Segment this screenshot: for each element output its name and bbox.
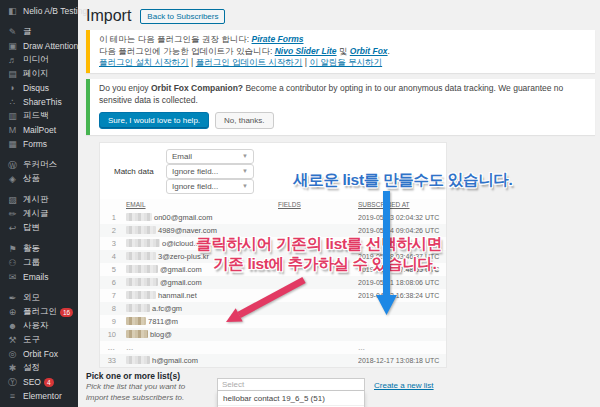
- sidebar-item-media[interactable]: ♬미디어: [0, 53, 78, 67]
- notice-line: Do you enjoy Orbit Fox Companion? Become…: [99, 83, 586, 106]
- row-number: 10: [100, 328, 126, 341]
- email-text: h@gmail.com: [152, 356, 198, 365]
- dismiss-notice-link[interactable]: 이 알림을 무시하기: [309, 57, 382, 67]
- sidebar-item-nelio-ab-testing[interactable]: ◧Nelio A/B Testing: [0, 4, 78, 18]
- sidebar-item-disqus[interactable]: ◗Disqus: [0, 81, 78, 95]
- create-new-list-link[interactable]: Create a new list: [374, 381, 434, 390]
- sidebar-item-plugins[interactable]: ⊕플러그인16: [0, 305, 78, 319]
- chevron-down-icon: ▼: [242, 153, 248, 159]
- redacted-email-blur: [126, 213, 152, 221]
- email-text: hanmail.net: [158, 291, 197, 300]
- begin-updating-plugins-link[interactable]: 플러그인 업데이트 시작하기: [196, 57, 303, 67]
- notice-line: 다음 플러그인에 가능한 업데이트가 있습니다: Nivo Slider Lit…: [99, 46, 586, 58]
- sharethis-icon: ∴: [7, 97, 18, 107]
- chevron-down-icon: ▼: [242, 168, 248, 174]
- separator: |: [191, 57, 193, 67]
- nivo-slider-link[interactable]: Nivo Slider Lite: [275, 46, 337, 56]
- sidebar-item-groups[interactable]: ⚇그룹: [0, 256, 78, 270]
- sidebar-item-pages[interactable]: ▤페이지: [0, 67, 78, 81]
- match-select-1[interactable]: Email▼: [166, 149, 254, 164]
- sidebar-item-board-posts[interactable]: ✏게시글: [0, 207, 78, 221]
- sidebar-item-appearance[interactable]: ✒외모: [0, 291, 78, 305]
- fields-cell: [278, 341, 358, 354]
- mailpoet-icon: M: [7, 125, 18, 135]
- back-to-subscribers-button[interactable]: Back to Subscribers: [140, 9, 225, 24]
- sidebar-item-label: 게시판: [23, 194, 49, 206]
- sidebar-item-forms[interactable]: ▦Forms: [0, 137, 78, 151]
- sidebar-item-label: Emails: [23, 272, 49, 282]
- sidebar-item-label: Disqus: [23, 83, 49, 93]
- sidebar-item-tools[interactable]: ⚒도구: [0, 333, 78, 347]
- woocommerce-icon: Ⓦ: [7, 160, 18, 170]
- redacted-email-blur: [126, 330, 148, 338]
- list-select-widget: Select hellobar contact 19_6_5 (51)My fi…: [217, 378, 365, 407]
- begin-installing-plugins-link[interactable]: 플러그인 설치 시작하기: [99, 57, 189, 67]
- fields-cell: [278, 354, 358, 367]
- sidebar-item-seo[interactable]: ⓎSEO4: [0, 375, 78, 389]
- tracking-accept-button[interactable]: Sure, I would love to help.: [99, 112, 209, 129]
- subscribed-at-column-header[interactable]: SUBSCRIBED AT: [358, 199, 446, 211]
- chevron-down-icon: ▼: [242, 183, 248, 189]
- pink-diagonal-arrow-icon: [220, 274, 312, 326]
- sidebar-item-label: Draw Attention: [23, 41, 78, 51]
- list-option[interactable]: hellobar contact 19_6_5 (51): [218, 391, 364, 406]
- sidebar-item-elementor[interactable]: ≡Elementor: [0, 389, 78, 403]
- sidebar-item-users[interactable]: ☻사용자: [0, 319, 78, 333]
- sidebar-item-label: 상품: [23, 173, 40, 185]
- email-cell: h@gmail.com: [126, 354, 278, 367]
- list-select-input[interactable]: Select: [217, 378, 365, 391]
- sidebar-item-label: 피드백: [23, 110, 49, 122]
- sidebar-item-products[interactable]: ◈상품: [0, 172, 78, 186]
- sidebar-item-label: 그룹: [23, 257, 40, 269]
- sidebar-item-sharethis[interactable]: ∴ShareThis: [0, 95, 78, 109]
- row-number-header: [100, 199, 126, 211]
- settings-icon: ✱: [7, 363, 18, 373]
- sidebar-item-orbit-fox[interactable]: ◎Orbit Fox: [0, 347, 78, 361]
- board-post-icon: ✏: [7, 209, 18, 219]
- email-text: @gmail.com: [160, 265, 202, 274]
- subscribed-at-cell: 2019-05-01 18:08:06 UTC: [358, 276, 446, 289]
- sidebar-item-label: 페이지: [23, 68, 49, 80]
- appearance-icon: ✒: [7, 293, 18, 303]
- tracking-decline-button[interactable]: No, thanks.: [215, 112, 273, 129]
- sidebar-item-label: Orbit Fox: [23, 349, 58, 359]
- notice-actions: 플러그인 설치 시작하기 | 플러그인 업데이트 시작하기 | 이 알림을 무시…: [99, 57, 586, 69]
- sidebar-item-label: 우커머스: [23, 159, 57, 171]
- sidebar-item-feedback[interactable]: ▥피드백: [0, 109, 78, 123]
- match-select-3[interactable]: Ignore field...▼: [166, 179, 254, 194]
- row-number: 8: [100, 302, 126, 315]
- pirate-forms-link[interactable]: Pirate Forms: [252, 34, 304, 44]
- sidebar-item-board[interactable]: ▨게시판: [0, 193, 78, 207]
- annotation-pink-note-line2: 기존 list에 추가하실 수 있습니다.: [213, 254, 437, 275]
- notice-text: 이 테마는 다음 플러그인을 권장 합니다:: [99, 34, 252, 44]
- draw-attention-icon: ▣: [7, 41, 18, 51]
- main-content: Import Back to Subscribers 이 테마는 다음 플러그인…: [78, 0, 600, 407]
- email-text: blog@: [150, 330, 172, 339]
- sidebar-item-posts[interactable]: ✎글: [0, 25, 78, 39]
- sidebar-item-label: 도구: [23, 334, 40, 346]
- row-number: 1: [100, 211, 126, 224]
- match-select-value: Email: [172, 152, 192, 161]
- orbit-fox-link[interactable]: Orbit Fox: [350, 46, 388, 56]
- redacted-email-blur: [126, 252, 156, 260]
- list-select-dropdown: hellobar contact 19_6_5 (51)My first lis…: [217, 391, 365, 407]
- email-column-header[interactable]: EMAIL: [126, 199, 278, 211]
- sidebar-item-settings[interactable]: ✱설정: [0, 361, 78, 375]
- sidebar-item-emails[interactable]: ✉Emails: [0, 270, 78, 284]
- sidebar-item-answers[interactable]: ↩답변: [0, 221, 78, 235]
- notice-buttons: Sure, I would love to help. No, thanks.: [99, 112, 586, 129]
- redacted-email-blur: [126, 317, 146, 325]
- match-select-2[interactable]: Ignore field...▼: [166, 164, 254, 179]
- sidebar-item-woocommerce[interactable]: Ⓦ우커머스: [0, 158, 78, 172]
- sidebar-item-label: 글: [23, 26, 32, 38]
- fields-column-header[interactable]: FIELDS: [278, 199, 358, 211]
- sidebar-item-label: Nelio A/B Testing: [23, 6, 87, 16]
- update-count-badge: 16: [60, 308, 73, 317]
- match-data-label: Match data: [114, 167, 158, 176]
- sidebar-item-draw-attention[interactable]: ▣Draw Attention: [0, 39, 78, 53]
- page-header: Import Back to Subscribers: [86, 7, 595, 25]
- page-title: Import: [86, 7, 131, 25]
- sidebar-item-mailpoet[interactable]: MMailPoet: [0, 123, 78, 137]
- sidebar-item-activity[interactable]: ⚑활동: [0, 242, 78, 256]
- match-select-value: Ignore field...: [172, 182, 218, 191]
